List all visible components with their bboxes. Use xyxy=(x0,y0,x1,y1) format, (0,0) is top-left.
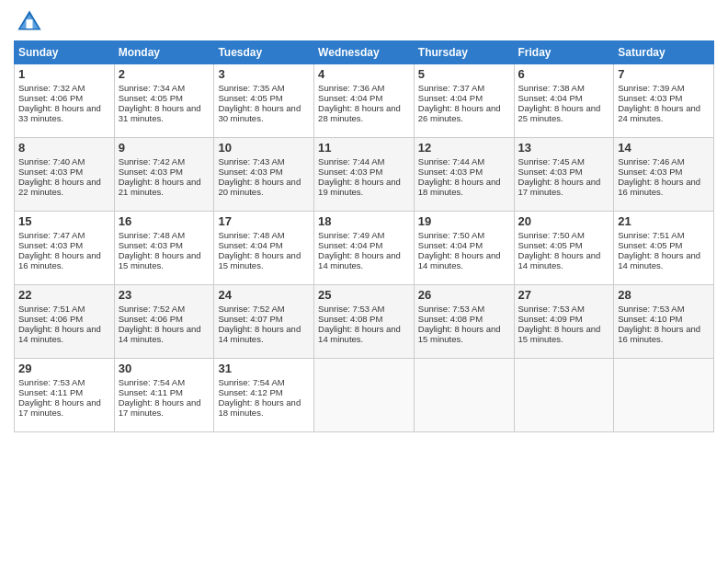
daylight-label: Daylight: 8 hours and 17 minutes. xyxy=(119,397,201,418)
sunrise-label: Sunrise: 7:44 AM xyxy=(318,156,384,167)
sunrise-label: Sunrise: 7:40 AM xyxy=(18,156,85,167)
header-sunday: Sunday xyxy=(15,41,115,64)
sunset-label: Sunset: 4:08 PM xyxy=(318,314,382,324)
svg-rect-2 xyxy=(27,19,33,29)
sunset-label: Sunset: 4:04 PM xyxy=(418,93,483,103)
calendar-cell xyxy=(614,359,714,432)
sunset-label: Sunset: 4:05 PM xyxy=(618,240,682,250)
calendar-cell: 19Sunrise: 7:50 AMSunset: 4:04 PMDayligh… xyxy=(414,212,514,285)
day-number: 15 xyxy=(18,214,110,228)
calendar-cell: 8Sunrise: 7:40 AMSunset: 4:03 PMDaylight… xyxy=(15,138,115,212)
sunrise-label: Sunrise: 7:39 AM xyxy=(618,83,684,93)
header-monday: Monday xyxy=(114,41,214,64)
day-number: 29 xyxy=(18,362,110,375)
sunrise-label: Sunrise: 7:36 AM xyxy=(318,83,384,93)
day-number: 20 xyxy=(518,214,610,228)
calendar-cell: 27Sunrise: 7:53 AMSunset: 4:09 PMDayligh… xyxy=(514,285,614,359)
sunset-label: Sunset: 4:06 PM xyxy=(18,93,83,103)
daylight-label: Daylight: 8 hours and 14 minutes. xyxy=(618,250,700,270)
sunset-label: Sunset: 4:04 PM xyxy=(518,93,583,103)
day-number: 3 xyxy=(218,67,310,81)
sunrise-label: Sunrise: 7:51 AM xyxy=(18,304,85,314)
day-number: 9 xyxy=(119,141,210,155)
calendar-cell: 5Sunrise: 7:37 AMSunset: 4:04 PMDaylight… xyxy=(414,64,514,138)
calendar-cell: 9Sunrise: 7:42 AMSunset: 4:03 PMDaylight… xyxy=(114,138,214,212)
sunset-label: Sunset: 4:03 PM xyxy=(218,167,282,177)
day-number: 7 xyxy=(618,67,710,81)
calendar-table: SundayMondayTuesdayWednesdayThursdayFrid… xyxy=(14,40,714,432)
day-number: 5 xyxy=(418,67,510,81)
sunset-label: Sunset: 4:05 PM xyxy=(119,93,183,103)
daylight-label: Daylight: 8 hours and 16 minutes. xyxy=(618,324,700,344)
daylight-label: Daylight: 8 hours and 15 minutes. xyxy=(218,250,301,270)
sunset-label: Sunset: 4:04 PM xyxy=(318,93,382,103)
sunset-label: Sunset: 4:07 PM xyxy=(218,314,282,324)
day-number: 14 xyxy=(618,141,710,155)
calendar-header-row: SundayMondayTuesdayWednesdayThursdayFrid… xyxy=(15,41,714,64)
calendar-cell: 25Sunrise: 7:53 AMSunset: 4:08 PMDayligh… xyxy=(314,285,415,359)
week-row-5: 29Sunrise: 7:53 AMSunset: 4:11 PMDayligh… xyxy=(15,359,714,432)
daylight-label: Daylight: 8 hours and 33 minutes. xyxy=(18,103,101,123)
daylight-label: Daylight: 8 hours and 22 minutes. xyxy=(18,177,101,197)
daylight-label: Daylight: 8 hours and 17 minutes. xyxy=(18,397,101,418)
day-number: 27 xyxy=(518,288,610,302)
calendar-cell: 6Sunrise: 7:38 AMSunset: 4:04 PMDaylight… xyxy=(514,64,614,138)
day-number: 4 xyxy=(318,67,410,81)
daylight-label: Daylight: 8 hours and 14 minutes. xyxy=(418,250,501,270)
sunrise-label: Sunrise: 7:53 AM xyxy=(18,377,85,387)
daylight-label: Daylight: 8 hours and 21 minutes. xyxy=(119,177,201,197)
sunrise-label: Sunrise: 7:35 AM xyxy=(218,83,284,93)
sunrise-label: Sunrise: 7:53 AM xyxy=(518,304,585,314)
calendar-cell: 15Sunrise: 7:47 AMSunset: 4:03 PMDayligh… xyxy=(15,212,115,285)
sunrise-label: Sunrise: 7:47 AM xyxy=(18,230,85,240)
calendar-body: 1Sunrise: 7:32 AMSunset: 4:06 PMDaylight… xyxy=(15,64,714,432)
week-row-3: 15Sunrise: 7:47 AMSunset: 4:03 PMDayligh… xyxy=(15,212,714,285)
calendar-cell: 29Sunrise: 7:53 AMSunset: 4:11 PMDayligh… xyxy=(15,359,115,432)
logo xyxy=(14,9,42,35)
daylight-label: Daylight: 8 hours and 14 minutes. xyxy=(318,324,401,344)
daylight-label: Daylight: 8 hours and 20 minutes. xyxy=(218,177,301,197)
daylight-label: Daylight: 8 hours and 30 minutes. xyxy=(218,103,301,123)
calendar-cell: 7Sunrise: 7:39 AMSunset: 4:03 PMDaylight… xyxy=(614,64,714,138)
sunrise-label: Sunrise: 7:51 AM xyxy=(618,230,684,240)
daylight-label: Daylight: 8 hours and 14 minutes. xyxy=(119,324,201,344)
day-number: 12 xyxy=(418,141,510,155)
day-number: 26 xyxy=(418,288,510,302)
sunrise-label: Sunrise: 7:54 AM xyxy=(119,377,185,387)
day-number: 16 xyxy=(119,214,210,228)
calendar-cell: 2Sunrise: 7:34 AMSunset: 4:05 PMDaylight… xyxy=(114,64,214,138)
day-number: 19 xyxy=(418,214,510,228)
sunrise-label: Sunrise: 7:53 AM xyxy=(618,304,684,314)
day-number: 18 xyxy=(318,214,410,228)
sunrise-label: Sunrise: 7:45 AM xyxy=(518,156,585,167)
header-saturday: Saturday xyxy=(614,41,714,64)
daylight-label: Daylight: 8 hours and 16 minutes. xyxy=(618,177,700,197)
daylight-label: Daylight: 8 hours and 15 minutes. xyxy=(119,250,201,270)
logo-icon xyxy=(17,9,42,35)
calendar-cell xyxy=(514,359,614,432)
sunrise-label: Sunrise: 7:49 AM xyxy=(318,230,384,240)
day-number: 17 xyxy=(218,214,310,228)
day-number: 30 xyxy=(119,362,210,375)
sunrise-label: Sunrise: 7:50 AM xyxy=(418,230,484,240)
sunrise-label: Sunrise: 7:34 AM xyxy=(119,83,185,93)
sunrise-label: Sunrise: 7:32 AM xyxy=(18,83,85,93)
daylight-label: Daylight: 8 hours and 16 minutes. xyxy=(18,250,101,270)
sunrise-label: Sunrise: 7:46 AM xyxy=(618,156,684,167)
daylight-label: Daylight: 8 hours and 14 minutes. xyxy=(518,250,601,270)
day-number: 11 xyxy=(318,141,410,155)
calendar-cell: 18Sunrise: 7:49 AMSunset: 4:04 PMDayligh… xyxy=(314,212,415,285)
sunset-label: Sunset: 4:04 PM xyxy=(218,240,282,250)
sunset-label: Sunset: 4:09 PM xyxy=(518,314,583,324)
calendar-cell: 20Sunrise: 7:50 AMSunset: 4:05 PMDayligh… xyxy=(514,212,614,285)
sunset-label: Sunset: 4:04 PM xyxy=(418,240,483,250)
sunrise-label: Sunrise: 7:53 AM xyxy=(318,304,384,314)
daylight-label: Daylight: 8 hours and 15 minutes. xyxy=(418,324,501,344)
daylight-label: Daylight: 8 hours and 26 minutes. xyxy=(418,103,501,123)
day-number: 31 xyxy=(218,362,310,375)
sunset-label: Sunset: 4:05 PM xyxy=(218,93,282,103)
sunrise-label: Sunrise: 7:48 AM xyxy=(218,230,284,240)
day-number: 8 xyxy=(18,141,110,155)
sunrise-label: Sunrise: 7:44 AM xyxy=(418,156,484,167)
daylight-label: Daylight: 8 hours and 19 minutes. xyxy=(318,177,401,197)
